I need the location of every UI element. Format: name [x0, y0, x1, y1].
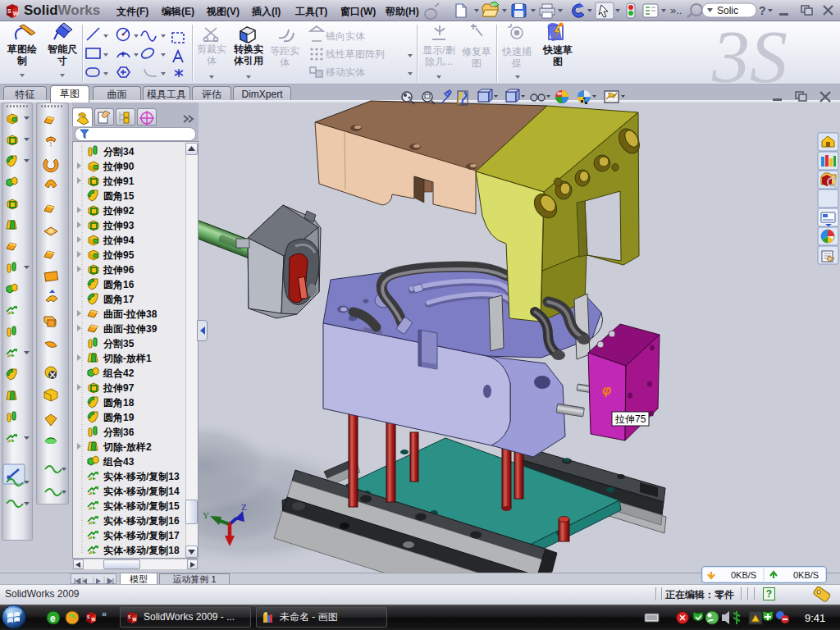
svg-text:W: W: [133, 617, 137, 622]
svg-text:9:41: 9:41: [805, 612, 825, 624]
svg-text:W: W: [13, 11, 19, 16]
svg-text:0KB/S: 0KB/S: [731, 570, 756, 580]
svg-text:φ: φ: [602, 383, 611, 397]
svg-text:S: S: [7, 8, 11, 14]
svg-text:0KB/S: 0KB/S: [793, 570, 819, 580]
svg-text:»: »: [102, 609, 107, 619]
svg-text:Y: Y: [203, 510, 209, 520]
svg-text:Z: Z: [241, 502, 247, 512]
svg-text:拉伸75: 拉伸75: [614, 413, 646, 425]
svg-text:e: e: [50, 613, 56, 624]
svg-text:W: W: [92, 617, 96, 622]
svg-text:»..: »..: [670, 4, 682, 16]
